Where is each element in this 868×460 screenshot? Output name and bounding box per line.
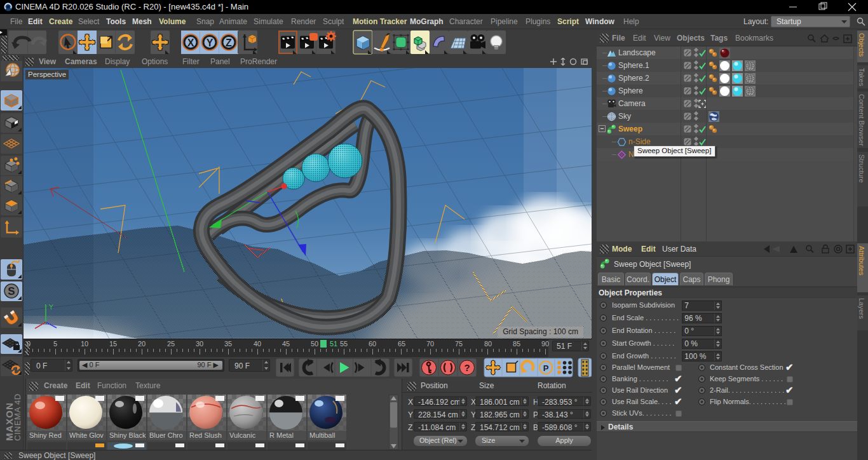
svg-text:85: 85 — [513, 340, 520, 348]
svg-text:S: S — [8, 285, 15, 297]
svg-text:45: 45 — [282, 340, 290, 348]
svg-text:0: 0 — [27, 340, 31, 348]
svg-text:X: X — [187, 37, 194, 48]
svg-text:40: 40 — [254, 340, 261, 348]
svg-text:10: 10 — [81, 340, 88, 348]
svg-text:P: P — [543, 363, 549, 373]
svg-text:90: 90 — [541, 340, 549, 348]
svg-text:80: 80 — [484, 340, 492, 348]
svg-text:20: 20 — [138, 340, 146, 348]
svg-text:5: 5 — [53, 340, 57, 348]
svg-text:?: ? — [464, 362, 470, 373]
svg-text:55: 55 — [340, 340, 348, 348]
svg-text:50: 50 — [311, 340, 318, 348]
svg-text:Y: Y — [207, 37, 214, 48]
svg-text:65: 65 — [398, 340, 405, 348]
svg-text:Y: Y — [49, 304, 53, 311]
svg-text:Z: Z — [226, 37, 232, 48]
svg-text:30: 30 — [196, 340, 203, 348]
svg-text:35: 35 — [224, 340, 232, 348]
svg-text:60: 60 — [369, 340, 376, 348]
svg-text:15: 15 — [109, 340, 117, 348]
svg-text:51: 51 — [330, 340, 337, 348]
svg-text:70: 70 — [426, 340, 434, 348]
svg-text:75: 75 — [455, 340, 463, 348]
svg-text:25: 25 — [167, 340, 175, 348]
